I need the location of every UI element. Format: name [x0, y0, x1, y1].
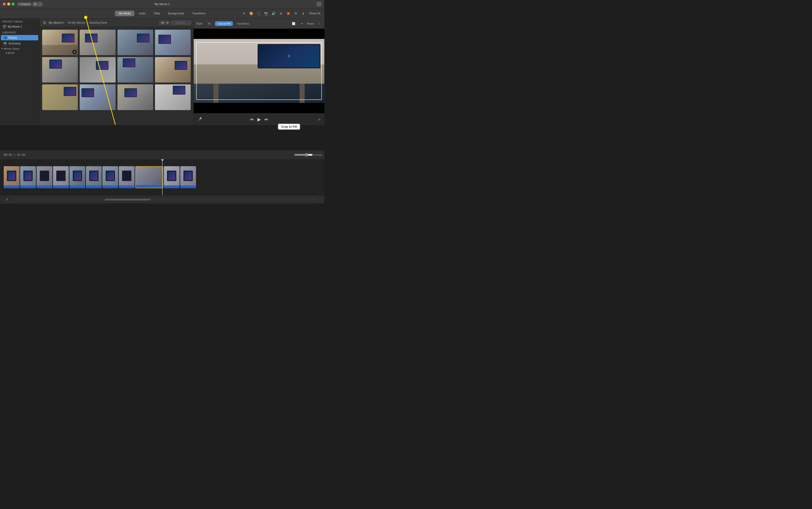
library-item-photos[interactable]: 🔵 Photos — [1, 35, 38, 40]
import-button[interactable]: ⬆ — [4, 196, 10, 203]
microphone-button[interactable]: 🎤 — [197, 117, 202, 122]
tab-my-media[interactable]: My Media — [115, 11, 134, 16]
right-panel: Style: Fit Crop to Fill Ken Burns ⬜ ↩ Re… — [193, 19, 324, 125]
chevron-down-icon: ▾ — [1, 47, 3, 50]
photo-thumb-1[interactable]: + — [42, 30, 78, 55]
clip-thumb-11[interactable] — [180, 166, 196, 188]
crop-to-fill-button[interactable]: Crop to Fill — [215, 21, 233, 26]
clip-thumb-5[interactable] — [70, 166, 85, 188]
clip-thumb-4[interactable] — [53, 166, 69, 188]
tab-backgrounds[interactable]: Backgrounds — [164, 11, 188, 16]
left-panel: PROJECT MEDIA 🎬 My Movie 1 LIBRARIES 🔵 P… — [0, 19, 39, 125]
chevron-down-icon: ▾ — [63, 21, 64, 24]
traffic-lights — [3, 3, 14, 6]
libraries-label: LIBRARIES — [0, 29, 39, 35]
timeline-section: 00:46 / 01:02 Settings — [0, 150, 324, 204]
photo-grid: + — [39, 27, 193, 125]
library-group-imovie[interactable]: ▾ iMovie Library — [0, 46, 39, 51]
ken-burns-button[interactable]: Ken Burns — [234, 21, 252, 26]
breadcrumb-sep-1: › — [66, 21, 67, 24]
letterbox-top — [194, 29, 324, 39]
clip-thumb-8[interactable] — [119, 166, 135, 188]
noise-icon[interactable]: 🔕 — [285, 10, 292, 17]
app-wrapper: < Projects ⊞ ↓ My Movie 1 ⛶ My Media Aud… — [0, 0, 324, 204]
crop-icon[interactable]: ⬛ — [256, 10, 262, 17]
photo-thumb-4[interactable] — [155, 30, 191, 55]
photo-thumb-8[interactable] — [155, 57, 191, 82]
color-icon[interactable]: 🎨 — [248, 10, 255, 17]
playhead-arrow — [161, 159, 164, 162]
layout-toggle-button[interactable]: ⊞ — [32, 2, 38, 6]
photo-thumb-3[interactable] — [117, 30, 153, 55]
content-area: ⊟ My Albums ▾ › All My Albums › Standing… — [39, 19, 193, 125]
filter-select[interactable]: All — [159, 21, 169, 25]
clip-thumb-3[interactable] — [37, 166, 52, 188]
photo-thumb-2[interactable] — [80, 30, 115, 55]
preview-crop-icon[interactable]: ⬜ — [290, 21, 297, 27]
photo-thumb-6[interactable] — [80, 57, 115, 82]
toolbar-right-icons: ✦ 🎨 ⬛ 📷 🔊 ≋ 🔕 ⟳ ℹ Reset All — [241, 10, 322, 17]
search-input[interactable] — [171, 21, 192, 25]
fullscreen-button[interactable]: ⛶ — [317, 2, 322, 6]
photos-label: Photos — [8, 36, 17, 39]
photo-thumb-12[interactable] — [155, 84, 191, 110]
skip-forward-button[interactable]: ⏭ — [265, 117, 268, 122]
checkmark-button[interactable]: ✓ — [316, 21, 322, 27]
timeline-top-bar: 00:46 / 01:02 Settings — [0, 150, 324, 159]
tab-audio[interactable]: Audio — [135, 11, 149, 16]
speed-icon[interactable]: ⟳ — [293, 10, 299, 17]
clip-thumb-10[interactable] — [164, 166, 180, 188]
tooltip-text: Crop to Fill — [281, 125, 297, 128]
settings-label[interactable]: Settings — [314, 151, 321, 158]
all-events-label: All Events — [8, 42, 21, 45]
minimize-button[interactable] — [7, 3, 10, 6]
expand-button[interactable]: ⤢ — [318, 117, 321, 121]
tab-titles[interactable]: Titles — [150, 11, 164, 16]
clip-thumb-2[interactable] — [20, 166, 36, 188]
library-item-all-events[interactable]: 📸 All Events — [1, 41, 38, 46]
reset-all-button[interactable]: Reset All — [307, 10, 322, 17]
breadcrumb-my-albums-label: My Albums — [49, 21, 62, 24]
library-sub-item-date[interactable]: 3-28-20 — [0, 51, 39, 55]
breadcrumb-my-albums[interactable]: My Albums ▾ — [49, 21, 64, 24]
camera-icon[interactable]: 📷 — [263, 10, 269, 17]
clip-thumb-6[interactable] — [86, 166, 102, 188]
breadcrumb-all-albums[interactable]: All My Albums — [68, 21, 85, 24]
photo-thumb-11[interactable] — [117, 84, 153, 110]
clip-thumb-1[interactable] — [4, 166, 20, 188]
letterbox-bottom — [194, 103, 324, 113]
titlebar-controls: ⛶ — [317, 2, 322, 6]
project-item[interactable]: 🎬 My Movie 1 — [0, 24, 39, 29]
magic-wand-icon[interactable]: ✦ — [241, 10, 247, 17]
clip-thumb-9-selected[interactable] — [135, 166, 163, 188]
skip-back-button[interactable]: ⏮ — [250, 117, 254, 122]
maximize-button[interactable] — [11, 3, 14, 6]
volume-icon[interactable]: 🔊 — [270, 10, 277, 17]
crop-reset-button[interactable]: Reset — [307, 22, 314, 25]
browser-nav-right: All 🔍 — [159, 21, 192, 25]
close-button[interactable] — [3, 3, 6, 6]
main-layout: PROJECT MEDIA 🎬 My Movie 1 LIBRARIES 🔵 P… — [0, 19, 324, 125]
crop-controls: Style: Fit Crop to Fill Ken Burns ⬜ ↩ Re… — [194, 19, 324, 29]
tab-transitions[interactable]: Transitions — [188, 11, 209, 16]
photo-thumb-10[interactable] — [80, 84, 115, 110]
photo-thumb-9[interactable] — [42, 84, 78, 110]
volume-slider[interactable] — [294, 153, 313, 157]
crop-to-fill-tooltip: Crop to Fill — [278, 124, 300, 130]
preview-arrow-icon[interactable]: ↩ — [299, 21, 305, 27]
laptop-screen-content: ▐▌ — [288, 55, 290, 57]
back-projects-button[interactable]: < Projects — [17, 2, 32, 6]
nav-down-button[interactable]: ↓ — [38, 2, 43, 6]
browser-nav: ⊟ My Albums ▾ › All My Albums › Standing… — [39, 19, 193, 27]
titlebar: < Projects ⊞ ↓ My Movie 1 ⛶ — [0, 0, 324, 8]
photo-thumb-7[interactable] — [117, 57, 153, 82]
timeline-clips[interactable] — [0, 159, 324, 195]
playhead-line — [162, 159, 162, 195]
crop-fit-button[interactable]: Fit — [205, 21, 214, 26]
sidebar-toggle-button[interactable]: ⊟ — [41, 20, 48, 26]
eq-icon[interactable]: ≋ — [278, 10, 284, 17]
clip-thumb-7[interactable] — [102, 166, 118, 188]
photo-thumb-5[interactable] — [42, 57, 78, 82]
info-icon[interactable]: ℹ — [300, 10, 306, 17]
play-button[interactable]: ▶ — [257, 116, 261, 122]
